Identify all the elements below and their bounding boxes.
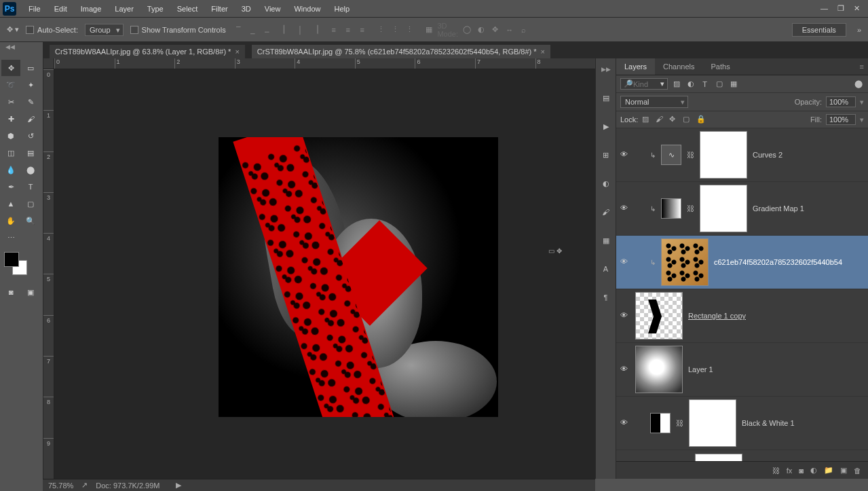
- color-swatches[interactable]: [4, 252, 31, 279]
- expand-strip-icon[interactable]: ▶▶: [599, 62, 613, 76]
- visibility-toggle-icon[interactable]: 👁: [620, 418, 630, 428]
- orbit-icon[interactable]: ◯: [461, 24, 473, 36]
- dist-right-icon[interactable]: ⋮: [404, 24, 416, 36]
- layer-row-curves2[interactable]: 👁 ↳ ∿ ⛓ Curves 2: [616, 128, 868, 182]
- layer-thumb[interactable]: [661, 238, 709, 286]
- layer-mask-thumb[interactable]: [689, 399, 736, 447]
- menu-help[interactable]: Help: [328, 2, 357, 16]
- document-tab[interactable]: CrST89bW8AALIpr.jpg @ 75.8% (c621eb74f58…: [252, 45, 550, 58]
- menu-3d[interactable]: 3D: [235, 2, 258, 16]
- menu-edit[interactable]: Edit: [48, 2, 74, 16]
- fill-flyout-icon[interactable]: ▾: [860, 115, 864, 124]
- visibility-toggle-icon[interactable]: 👁: [620, 257, 630, 267]
- lasso-tool[interactable]: ➰: [1, 77, 20, 93]
- roll-icon[interactable]: ◐: [475, 24, 487, 36]
- layer-name[interactable]: Rectangle 1 copy: [688, 312, 746, 320]
- workspace-menu-icon[interactable]: »: [857, 26, 861, 34]
- align-vcenter-icon[interactable]: ⎯: [247, 24, 259, 36]
- dist-bottom-icon[interactable]: ≡: [356, 24, 369, 36]
- screen-mode-tool[interactable]: ▣: [21, 284, 40, 300]
- link-layers-icon[interactable]: ⛓: [772, 467, 780, 475]
- visibility-toggle-icon[interactable]: 👁: [620, 150, 630, 160]
- move-tool-indicator-icon[interactable]: ✥ ▾: [7, 25, 19, 34]
- visibility-toggle-icon[interactable]: 👁: [620, 365, 630, 374]
- opacity-input[interactable]: 100%: [826, 96, 856, 107]
- filter-shape-icon[interactable]: ▢: [713, 78, 725, 90]
- workspace-switcher[interactable]: Essentials: [792, 23, 846, 37]
- lock-all-icon[interactable]: 🔒: [696, 115, 706, 124]
- dist-vcenter-icon[interactable]: ≡: [342, 24, 354, 36]
- dist-left-icon[interactable]: ⋮: [375, 24, 388, 36]
- lock-transparency-icon[interactable]: ▨: [642, 115, 652, 124]
- menu-window[interactable]: Window: [287, 2, 327, 16]
- visibility-toggle-icon[interactable]: 👁: [620, 204, 630, 213]
- menu-layer[interactable]: Layer: [108, 2, 140, 16]
- mask-link-icon[interactable]: ⛓: [687, 151, 694, 159]
- layer-filter-kind-select[interactable]: 🔎 ▾: [620, 78, 668, 90]
- new-layer-icon[interactable]: ▣: [840, 466, 847, 475]
- character-panel-icon[interactable]: A: [599, 262, 613, 276]
- vertical-ruler[interactable]: 0123456789: [43, 69, 54, 479]
- hand-tool[interactable]: ✋: [1, 213, 20, 229]
- layer-thumb[interactable]: [635, 292, 683, 340]
- foreground-color[interactable]: [4, 252, 19, 267]
- adjustment-thumb-bw-icon[interactable]: [650, 413, 671, 433]
- adjustments-panel-icon[interactable]: ◐: [599, 177, 613, 190]
- menu-select[interactable]: Select: [170, 2, 205, 16]
- layer-row-gradmap1[interactable]: 👁 ↳ ⛓ Gradient Map 1: [616, 182, 868, 236]
- layer-fx-icon[interactable]: fx: [787, 467, 793, 475]
- add-mask-icon[interactable]: ◙: [799, 467, 804, 475]
- filter-pixel-icon[interactable]: ▨: [671, 78, 682, 90]
- menu-file[interactable]: File: [22, 2, 48, 16]
- pan-icon[interactable]: ✥: [489, 24, 502, 36]
- doc-size[interactable]: Doc: 973.7K/2.99M: [96, 481, 159, 490]
- zoom3d-icon[interactable]: ⌕: [518, 24, 530, 36]
- blur-tool[interactable]: 💧: [1, 162, 20, 178]
- zoom-level[interactable]: 75.78%: [48, 481, 73, 490]
- layer-name[interactable]: Layer 1: [688, 365, 713, 374]
- tab-channels[interactable]: Channels: [655, 58, 702, 75]
- align-left-icon[interactable]: ▏: [280, 24, 293, 36]
- menu-filter[interactable]: Filter: [204, 2, 234, 16]
- tab-close-icon[interactable]: ×: [541, 48, 545, 56]
- brush-tool[interactable]: 🖌: [21, 111, 40, 127]
- visibility-toggle-icon[interactable]: 👁: [620, 311, 630, 321]
- magic-wand-tool[interactable]: ✦: [21, 77, 40, 93]
- lock-artboard-icon[interactable]: ▢: [683, 115, 692, 124]
- align-top-icon[interactable]: ⎺: [233, 24, 245, 36]
- close-icon[interactable]: ✕: [854, 4, 860, 13]
- horizontal-ruler[interactable]: 012345678: [54, 58, 595, 69]
- align-bottom-icon[interactable]: ⎽: [261, 24, 273, 36]
- layer-mask-thumb[interactable]: [700, 131, 747, 179]
- new-adjustment-icon[interactable]: ◐: [810, 466, 817, 475]
- history-brush-tool[interactable]: ↺: [21, 128, 40, 144]
- adjustment-thumb-gradmap-icon[interactable]: [661, 198, 681, 219]
- align-right-icon[interactable]: ▕: [309, 24, 321, 36]
- lock-position-icon[interactable]: ✥: [669, 115, 679, 124]
- minimize-icon[interactable]: —: [820, 4, 828, 13]
- blend-mode-select[interactable]: Normal: [620, 96, 688, 108]
- delete-layer-icon[interactable]: 🗑: [854, 467, 861, 475]
- layer-mask-thumb[interactable]: [695, 454, 742, 462]
- crop-tool[interactable]: ✂: [1, 94, 20, 110]
- path-selection-tool[interactable]: ▲: [1, 196, 20, 212]
- tab-close-icon[interactable]: ×: [235, 48, 239, 56]
- rectangle-tool[interactable]: ▢: [21, 196, 40, 212]
- align-hcenter-icon[interactable]: │: [295, 24, 307, 36]
- layer-row-layer1[interactable]: 👁 Layer 1: [616, 343, 868, 397]
- adjustment-thumb-curves-icon[interactable]: ∿: [661, 145, 681, 165]
- status-flyout-icon[interactable]: ▶: [176, 481, 181, 490]
- type-tool[interactable]: T: [21, 179, 40, 195]
- new-group-icon[interactable]: 📁: [824, 466, 833, 475]
- ruler-origin[interactable]: [43, 58, 54, 69]
- clone-stamp-tool[interactable]: ⬢: [1, 128, 20, 144]
- menu-type[interactable]: Type: [140, 2, 170, 16]
- dodge-tool[interactable]: ⬤: [21, 162, 40, 178]
- pen-tool[interactable]: ✒: [1, 179, 20, 195]
- layer-name[interactable]: Gradient Map 1: [753, 204, 804, 213]
- properties-panel-icon[interactable]: ⊞: [599, 148, 613, 162]
- menu-view[interactable]: View: [258, 2, 288, 16]
- layer-row-bw1[interactable]: 👁 ⛓ Black & White 1: [616, 397, 868, 450]
- swatch-panel-icon[interactable]: ▦: [599, 234, 613, 247]
- layer-thumb[interactable]: [635, 346, 683, 393]
